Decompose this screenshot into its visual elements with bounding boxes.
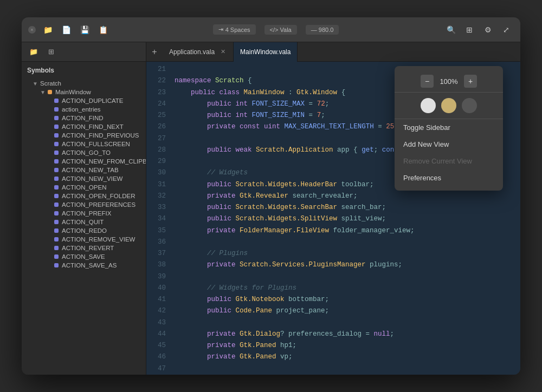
dot-icon [54,107,59,112]
width-tag[interactable]: — 980.0 [306,25,339,35]
folder-icon[interactable]: 📁 [40,22,55,37]
code-line: 47 [146,363,520,375]
zoom-out-button[interactable]: − [421,75,434,88]
sidebar-header: 📁 ⊞ [22,42,146,62]
document-icon[interactable]: 📄 [59,22,74,37]
tree-label: ACTION_REVERT [62,245,114,251]
tab-label: Application.vala [169,48,215,56]
menu-remove-current-view: Remove Current View [395,153,503,169]
code-line: 39 [146,271,520,283]
list-item[interactable]: ACTION_OPEN_FOLDER [22,192,146,200]
list-item[interactable]: ACTION_PREFERENCES [22,200,146,209]
titlebar-info: ⇥ 4 Spaces </> Vala — 980.0 [213,24,339,35]
code-line: 41 public Gtk.Notebook bottombar; [146,294,520,305]
tree-label: ACTION_FIND [62,115,104,121]
list-item[interactable]: ACTION_NEW_FROM_CLIPBOARD [22,157,146,166]
tab-application-vala[interactable]: Application.vala ✕ [163,42,234,62]
list-item[interactable]: ACTION_SAVE_AS [22,261,146,270]
dot-icon [54,202,59,207]
tree-label: MainWindow [55,89,91,95]
list-item[interactable]: ACTION_REVERT [22,244,146,252]
list-item[interactable]: ACTION_FULLSCREEN [22,140,146,148]
tree-label: ACTION_QUIT [62,219,104,225]
theme-tan-button[interactable] [441,98,456,113]
spaces-icon: ⇥ [218,26,223,33]
menu-toggle-sidebar[interactable]: Toggle Sidebar [395,119,503,136]
zoom-percent: 100% [438,77,460,86]
dot-icon [54,185,59,190]
list-item[interactable]: ACTION_OPEN [22,183,146,192]
tab-label: MainWindow.vala [240,48,291,56]
list-item[interactable]: ACTION_QUIT [22,218,146,226]
list-item[interactable]: action_entries [22,105,146,114]
dot-icon [54,125,59,129]
list-item[interactable]: ACTION_PREFIX [22,209,146,218]
tree-label: ACTION_NEW_VIEW [62,175,122,182]
tree-label: ACTION_SAVE [62,253,105,260]
theme-color-picker [395,93,503,119]
list-item[interactable]: ACTION_SAVE [22,252,146,261]
spaces-tag[interactable]: ⇥ 4 Spaces [213,24,256,35]
spaces-label: 4 Spaces [225,27,250,33]
gear-icon[interactable]: ⚙ [480,22,495,37]
list-item[interactable]: ACTION_NEW_TAB [22,166,146,174]
code-line: 38 private Scratch.Services.PluginsManag… [146,259,520,271]
tab-bar: + Application.vala ✕ MainWindow.vala [146,42,520,62]
tree-label: Scratch [40,80,61,87]
file-new-icon[interactable]: 📋 [95,22,111,37]
code-line: 46 private Gtk.Paned vp; [146,351,520,363]
layout-icon[interactable]: ⊞ [462,22,477,37]
tree-label: ACTION_GO_TO [62,149,111,156]
tab-mainwindow-vala[interactable]: MainWindow.vala [234,42,298,62]
titlebar-actions: 🔍 ⊞ ⚙ ⤢ [443,22,514,37]
menu-preferences[interactable]: Preferences [395,169,503,186]
tree-label: ACTION_REMOVE_VIEW [62,236,135,243]
dot-icon [54,254,59,259]
list-item[interactable]: ACTION_REMOVE_VIEW [22,235,146,244]
tree-label: ACTION_NEW_FROM_CLIPBOARD [62,158,146,165]
sidebar-folder-btn[interactable]: 📁 [27,45,40,58]
tab-add-button[interactable]: + [146,42,163,62]
list-item[interactable]: ACTION_REDO [22,226,146,235]
sidebar-panel-btn[interactable]: ⊞ [44,45,57,58]
list-item[interactable]: ACTION_DUPLICATE [22,96,146,105]
tree-label: ACTION_FIND_NEXT [62,123,124,130]
tree-label: ACTION_OPEN [62,184,106,191]
theme-white-button[interactable] [421,98,436,113]
dot-icon [54,159,59,164]
list-item[interactable]: ACTION_GO_TO [22,148,146,157]
dot-icon [54,237,59,241]
sidebar: 📁 ⊞ Symbols ▼ Scratch ▼ MainWindow [22,42,146,375]
dot-icon [54,194,59,198]
tab-close-button[interactable]: ✕ [219,48,227,56]
code-line: 40 // Widgets for Plugins [146,283,520,294]
menu-add-new-view[interactable]: Add New View [395,136,503,153]
code-line: 43 [146,317,520,329]
tree-label: ACTION_FULLSCREEN [62,141,130,147]
list-item[interactable]: ACTION_FIND_NEXT [22,122,146,131]
dot-icon [54,168,59,172]
dot-icon [54,263,59,267]
list-item[interactable]: ACTION_FIND [22,114,146,122]
list-item[interactable]: ACTION_NEW_VIEW [22,174,146,183]
close-button[interactable]: × [28,26,36,34]
sidebar-item-mainwindow[interactable]: ▼ MainWindow [22,88,146,96]
dot-icon [54,177,59,181]
theme-dark-button[interactable] [462,98,477,113]
code-line: 32 private Gtk.Revealer search_revealer; [146,191,520,202]
expand-icon[interactable]: ⤢ [499,22,514,37]
tree-label: ACTION_FIND_PREVIOUS [62,132,139,139]
lang-tag[interactable]: </> Vala [264,25,297,35]
sidebar-item-scratch[interactable]: ▼ Scratch [22,79,146,88]
code-line: 35 private FolderManager.FileView folder… [146,225,520,237]
save-icon[interactable]: 💾 [77,22,92,37]
width-label: — 980.0 [311,27,334,33]
zoom-in-button[interactable]: + [464,75,477,88]
search-icon[interactable]: 🔍 [443,22,459,37]
dropdown-menu: − 100% + Toggle Sidebar Add New View Rem… [395,66,503,191]
list-item[interactable]: ACTION_FIND_PREVIOUS [22,131,146,140]
dot-icon [54,211,59,215]
tree-label: ACTION_SAVE_AS [62,262,117,269]
code-line: 36 [146,237,520,248]
tree-label: ACTION_PREFERENCES [62,201,136,208]
